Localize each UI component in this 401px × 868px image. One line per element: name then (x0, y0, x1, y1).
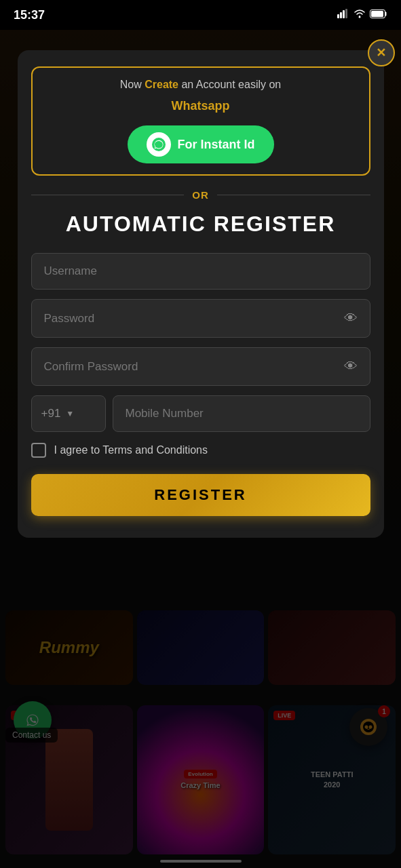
svg-rect-0 (337, 14, 339, 18)
whatsapp-button-label: For Instant Id (178, 138, 255, 152)
home-indicator (160, 860, 242, 863)
username-input[interactable] (44, 264, 358, 278)
mobile-number-input[interactable] (126, 407, 358, 420)
terms-checkbox[interactable] (31, 443, 46, 458)
or-divider: OR (31, 189, 370, 201)
svg-rect-1 (340, 12, 342, 18)
confirm-password-input[interactable] (44, 360, 344, 374)
close-icon: ✕ (376, 45, 386, 60)
or-line-right (217, 195, 370, 195)
svg-rect-3 (345, 9, 347, 18)
password-field[interactable]: 👁 (31, 299, 370, 338)
battery-icon (370, 9, 387, 21)
wifi-icon (354, 9, 366, 21)
whatsapp-instant-id-button[interactable]: For Instant Id (128, 125, 274, 163)
status-bar: 15:37 (0, 0, 401, 30)
or-line-left (31, 195, 185, 195)
terms-text: I agree to Terms and Conditions (54, 444, 208, 456)
whatsapp-button-icon (147, 132, 171, 157)
username-field[interactable] (31, 253, 370, 290)
whatsapp-card: Now Create an Account easily on Whatsapp… (31, 66, 370, 176)
mobile-row: +91 ▼ (31, 395, 370, 432)
whatsapp-card-text: Now Create an Account easily on (46, 79, 356, 91)
mobile-input-wrap[interactable] (113, 395, 370, 432)
confirm-password-eye-icon[interactable]: 👁 (344, 359, 358, 374)
modal-overlay: ✕ Now Create an Account easily on Whatsa… (0, 30, 401, 868)
svg-point-4 (359, 16, 361, 18)
register-modal: ✕ Now Create an Account easily on Whatsa… (18, 50, 384, 538)
signal-icon (337, 9, 349, 21)
terms-row: I agree to Terms and Conditions (31, 443, 370, 458)
status-time: 15:37 (14, 8, 45, 22)
svg-point-12 (152, 138, 166, 151)
whatsapp-name: Whatsapp (46, 99, 356, 113)
country-code-label: +91 (41, 407, 61, 420)
confirm-password-field[interactable]: 👁 (31, 347, 370, 386)
password-input[interactable] (44, 312, 344, 326)
country-code-selector[interactable]: +91 ▼ (31, 395, 106, 432)
register-button[interactable]: REGISTER (31, 474, 370, 516)
svg-rect-2 (343, 10, 345, 18)
status-icons (337, 9, 387, 21)
auto-register-title: AUTOMATIC REGISTER (31, 212, 370, 237)
chevron-down-icon: ▼ (66, 409, 74, 418)
or-text: OR (192, 189, 209, 201)
svg-rect-6 (371, 11, 383, 17)
create-highlight: Create (145, 79, 178, 90)
password-eye-icon[interactable]: 👁 (344, 311, 358, 326)
close-button[interactable]: ✕ (368, 39, 395, 66)
